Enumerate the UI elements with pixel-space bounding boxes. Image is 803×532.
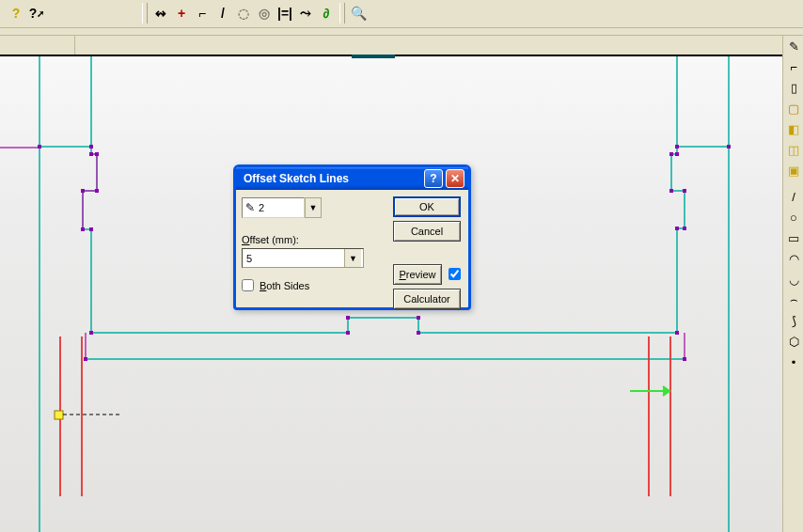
svg-rect-20 xyxy=(95,189,99,193)
offset-label: Offset (mm): xyxy=(242,234,299,245)
svg-rect-24 xyxy=(89,331,93,335)
svg-rect-39 xyxy=(727,145,731,149)
svg-rect-30 xyxy=(675,145,679,149)
selection-count-box[interactable]: ✎ 2 xyxy=(242,197,305,218)
svg-rect-38 xyxy=(683,357,686,361)
svg-rect-35 xyxy=(683,227,686,230)
selection-dropdown-button[interactable]: ▼ xyxy=(305,197,322,218)
offset-combo[interactable]: ▼ xyxy=(242,248,364,268)
context-help-button[interactable]: ?➚ xyxy=(26,3,47,23)
selection-icon: ✎ xyxy=(245,201,255,214)
selection-count: 2 xyxy=(259,202,264,213)
calculator-button[interactable]: Calculator xyxy=(393,289,461,309)
arc2-icon[interactable]: ◡ xyxy=(783,269,803,289)
circle-icon[interactable]: ○ xyxy=(783,207,803,227)
sketch-icon[interactable]: ✎ xyxy=(783,36,803,56)
fillet-icon[interactable]: ⟆ xyxy=(783,310,803,331)
sketch-canvas[interactable]: Offset Sketch Lines ? ✕ ✎ 2 ▼ Offset (mm… xyxy=(0,36,782,532)
svg-rect-31 xyxy=(675,152,679,156)
dialog-help-button[interactable]: ? xyxy=(424,169,443,188)
offset-sketch-lines-dialog: Offset Sketch Lines ? ✕ ✎ 2 ▼ Offset (mm… xyxy=(233,164,471,310)
svg-rect-21 xyxy=(81,189,85,193)
dialog-close-button[interactable]: ✕ xyxy=(446,169,464,188)
both-sides-row[interactable]: Both Sides xyxy=(242,279,309,291)
offset-dropdown-button[interactable]: ▼ xyxy=(344,249,361,267)
dialog-title-text: Offset Sketch Lines xyxy=(240,172,421,185)
zoom-icon[interactable]: 🔍 xyxy=(348,3,369,23)
corner-icon[interactable]: ⌐ xyxy=(783,56,803,77)
face-icon[interactable]: ▢ xyxy=(783,98,803,118)
svg-rect-25 xyxy=(84,357,87,361)
svg-rect-14 xyxy=(55,411,63,419)
both-sides-label: Both Sides xyxy=(260,280,309,291)
svg-rect-28 xyxy=(417,316,420,320)
constraint-horizontal-icon[interactable]: ↭ xyxy=(150,3,171,23)
line-tool-icon[interactable]: / xyxy=(213,3,233,23)
offset-input[interactable] xyxy=(243,253,344,264)
polygon-icon[interactable]: ⬡ xyxy=(783,331,803,352)
tangent-icon[interactable]: ⤳ xyxy=(295,3,316,23)
right-toolbar: ✎ ⌐ ▯ ▢ ◧ ◫ ▣ / ○ ▭ ◠ ◡ ⌢ ⟆ ⬡ • xyxy=(782,36,803,532)
svg-rect-37 xyxy=(675,331,679,335)
preview-checkbox[interactable] xyxy=(449,268,461,280)
svg-rect-36 xyxy=(675,227,679,230)
offset-tool-icon[interactable]: |=| xyxy=(275,3,295,23)
cancel-button[interactable]: Cancel xyxy=(393,221,461,242)
rectangle-icon[interactable]: ▭ xyxy=(783,227,803,248)
circle-tool-icon[interactable]: ◌ xyxy=(233,3,254,23)
line-icon[interactable]: / xyxy=(783,186,803,207)
add-point-icon[interactable]: + xyxy=(171,3,192,23)
svg-rect-34 xyxy=(683,189,686,193)
svg-rect-32 xyxy=(669,152,673,156)
preview-button[interactable]: Preview xyxy=(393,264,442,285)
revolve-icon[interactable]: ◫ xyxy=(783,139,803,160)
sub-toolbar xyxy=(0,28,803,36)
rect-icon[interactable]: ▯ xyxy=(783,77,803,98)
svg-rect-19 xyxy=(95,152,99,156)
arc1-icon[interactable]: ◠ xyxy=(783,248,803,269)
extrude-icon[interactable]: ◧ xyxy=(783,118,803,139)
dialog-titlebar[interactable]: Offset Sketch Lines ? ✕ xyxy=(236,167,468,190)
svg-rect-33 xyxy=(669,189,673,193)
top-toolbar: ? ?➚ ↭ + ⌐ / ◌ ◎ |=| ⤳ ∂ 🔍 xyxy=(0,0,803,28)
both-sides-checkbox[interactable] xyxy=(242,279,254,291)
ok-button[interactable]: OK xyxy=(393,196,461,217)
svg-rect-26 xyxy=(346,331,350,335)
svg-rect-18 xyxy=(89,152,93,156)
svg-rect-29 xyxy=(417,331,420,335)
arc3-icon[interactable]: ⌢ xyxy=(783,289,803,310)
svg-rect-27 xyxy=(346,316,350,320)
box-icon[interactable]: ▣ xyxy=(783,160,803,180)
svg-rect-22 xyxy=(81,227,85,231)
spline-icon[interactable]: ∂ xyxy=(316,3,337,23)
point-icon[interactable]: • xyxy=(783,352,803,372)
concentric-icon[interactable]: ◎ xyxy=(254,3,275,23)
svg-rect-23 xyxy=(89,227,93,231)
svg-rect-17 xyxy=(89,145,93,149)
svg-rect-16 xyxy=(38,145,41,149)
help-button[interactable]: ? xyxy=(6,3,26,23)
perpendicular-icon[interactable]: ⌐ xyxy=(192,3,213,23)
